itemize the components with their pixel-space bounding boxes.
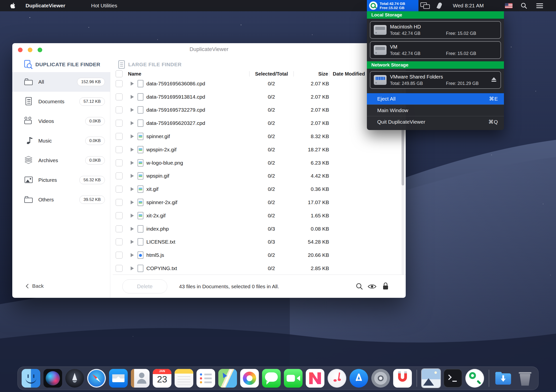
drive-item-macintosh-hd[interactable]: Macintosh HD Total: 42.74 GB Free: 15.02… <box>370 21 501 39</box>
row-checkbox[interactable] <box>116 199 123 206</box>
table-row[interactable]: xit-2x.gif 0/2 1.65 KB <box>113 209 406 222</box>
disclosure-triangle-icon[interactable] <box>131 214 134 218</box>
sidebar-item[interactable]: All 152.96 KB <box>12 72 110 92</box>
sidebar-item[interactable]: Documents 57.12 KB <box>12 92 110 111</box>
dock-photos-icon[interactable] <box>240 369 259 388</box>
sidebar-item[interactable]: Pictures 56.32 KB <box>12 170 110 190</box>
dock-trash-icon[interactable] <box>516 369 534 388</box>
row-checkbox[interactable] <box>116 159 123 166</box>
table-row[interactable]: html5.js 0/2 20.66 KB <box>113 248 406 262</box>
menu-hot-utilities[interactable]: Hot Utilities <box>91 0 117 11</box>
table-row[interactable]: wpspin-2x.gif 0/2 18.27 KB <box>113 143 406 156</box>
disclosure-triangle-icon[interactable] <box>131 253 134 257</box>
column-header-size[interactable]: Size <box>293 71 329 77</box>
row-checkbox[interactable] <box>116 146 123 153</box>
row-checkbox[interactable] <box>116 93 123 100</box>
row-checkbox[interactable] <box>116 106 123 113</box>
row-checkbox[interactable] <box>116 186 123 193</box>
drive-item-vmware-shared-folders[interactable]: VMware Shared Folders Total: 249.85 GB F… <box>370 71 501 89</box>
dock-mail-icon[interactable] <box>109 369 128 388</box>
sidebar-item[interactable]: Others 39.52 KB <box>12 190 110 209</box>
dock-photo-file-icon[interactable] <box>422 369 440 388</box>
back-button[interactable]: Back <box>27 283 44 289</box>
menu-list-icon[interactable] <box>536 3 543 8</box>
disclosure-triangle-icon[interactable] <box>131 134 134 138</box>
table-row[interactable]: LICENSE.txt 0/3 54.28 KB <box>113 235 406 249</box>
table-row[interactable]: data-7591695620327.cpd 0/2 2.07 KB <box>113 117 406 130</box>
row-checkbox[interactable] <box>116 225 123 232</box>
menu-item-quit[interactable]: Quit DuplicateViewer ⌘Q <box>367 116 504 128</box>
table-row[interactable]: COPYING.txt 0/2 2.85 KB <box>113 262 406 275</box>
table-row[interactable]: xit.gif 0/2 0.36 KB <box>113 183 406 196</box>
lock-icon[interactable] <box>382 282 389 290</box>
tab-large-file-finder[interactable]: LARGE FILE FINDER <box>118 58 181 71</box>
drive-item-vm[interactable]: VM Total: 42.74 GB Free: 15.02 GB <box>370 41 501 59</box>
sidebar-item[interactable]: Music 0.0KB <box>12 131 110 151</box>
dock-siri-icon[interactable] <box>43 369 62 388</box>
sidebar-item[interactable]: Archives 0.0KB <box>12 151 110 170</box>
search-icon[interactable] <box>356 283 363 290</box>
disclosure-triangle-icon[interactable] <box>131 148 134 152</box>
dock-facetime-icon[interactable] <box>284 369 303 388</box>
disclosure-triangle-icon[interactable] <box>131 187 134 191</box>
dock-reminders-icon[interactable] <box>196 369 215 388</box>
dock-downloads-icon[interactable] <box>494 369 513 388</box>
menubar-clock[interactable]: Wed 8:21 AM <box>453 0 484 11</box>
table-row[interactable]: data-7591695636086.cpd 0/2 2.07 KB <box>113 77 406 90</box>
row-checkbox[interactable] <box>116 252 123 259</box>
column-header-name[interactable]: Name <box>128 71 249 77</box>
menu-item-main-window[interactable]: Main Window <box>367 105 504 116</box>
row-checkbox[interactable] <box>116 265 123 272</box>
column-header-selected-total[interactable]: Selected/Total <box>249 71 293 77</box>
disclosure-triangle-icon[interactable] <box>131 108 134 112</box>
app-menu-title[interactable]: DuplicateViewer <box>26 0 65 11</box>
delete-button[interactable]: Delete <box>122 279 167 293</box>
dock-itunes-icon[interactable] <box>328 369 346 388</box>
disclosure-triangle-icon[interactable] <box>131 161 134 165</box>
disclosure-triangle-icon[interactable] <box>131 95 134 99</box>
dock-news-icon[interactable] <box>306 369 324 388</box>
table-row[interactable]: wpspin.gif 0/2 4.42 KB <box>113 170 406 183</box>
pen-icon[interactable] <box>436 2 442 9</box>
row-checkbox[interactable] <box>116 80 123 87</box>
screen-mirroring-icon[interactable] <box>420 2 430 9</box>
menu-item-eject-all[interactable]: Eject All ⌘E <box>367 93 504 105</box>
disclosure-triangle-icon[interactable] <box>131 240 134 244</box>
apple-menu-icon[interactable] <box>10 2 16 9</box>
table-row[interactable]: spinner-2x.gif 0/2 17.07 KB <box>113 196 406 209</box>
row-checkbox[interactable] <box>116 212 123 219</box>
row-checkbox[interactable] <box>116 172 123 179</box>
dock-terminal-icon[interactable] <box>444 369 462 388</box>
table-row[interactable]: w-logo-blue.png 0/2 6.23 KB <box>113 156 406 170</box>
table-row[interactable]: index.php 0/3 0.08 KB <box>113 222 406 235</box>
disclosure-triangle-icon[interactable] <box>131 82 134 86</box>
row-checkbox[interactable] <box>116 120 123 127</box>
dock-app-store-icon[interactable] <box>349 369 368 388</box>
eject-icon[interactable] <box>491 77 497 83</box>
table-row[interactable]: data-7591695913814.cpd 0/2 2.07 KB <box>113 90 406 104</box>
storage-status-item[interactable]: Total:42.74 GB Free:15.02 GB <box>367 0 418 11</box>
disclosure-triangle-icon[interactable] <box>131 266 134 270</box>
eye-icon[interactable] <box>368 284 376 289</box>
spotlight-search-icon[interactable] <box>521 2 527 9</box>
tab-duplicate-file-finder[interactable]: DUPLICATE FILE FINDER <box>24 58 100 71</box>
disclosure-triangle-icon[interactable] <box>131 174 134 178</box>
row-checkbox[interactable] <box>116 238 123 245</box>
dock-magnet-utility-icon[interactable] <box>393 369 412 388</box>
dock-notes-icon[interactable] <box>175 369 193 388</box>
dock-finder-icon[interactable] <box>22 369 40 388</box>
table-row[interactable]: data-7591695732279.cpd 0/2 2.07 KB <box>113 104 406 117</box>
dock-calendar-icon[interactable]: JAN 23 <box>153 369 171 388</box>
disclosure-triangle-icon[interactable] <box>131 121 134 125</box>
dock-maps-icon[interactable] <box>218 369 237 388</box>
dock-safari-icon[interactable] <box>87 369 106 388</box>
dock-launchpad-icon[interactable] <box>65 369 84 388</box>
disclosure-triangle-icon[interactable] <box>131 200 134 204</box>
select-all-checkbox[interactable] <box>116 70 123 77</box>
dock-messages-icon[interactable] <box>262 369 281 388</box>
row-checkbox[interactable] <box>116 133 123 140</box>
input-source-flag-icon[interactable] <box>505 3 513 8</box>
dock-system-preferences-icon[interactable] <box>371 369 390 388</box>
dock-duplicateviewer-icon[interactable] <box>465 369 484 388</box>
disclosure-triangle-icon[interactable] <box>131 227 134 231</box>
